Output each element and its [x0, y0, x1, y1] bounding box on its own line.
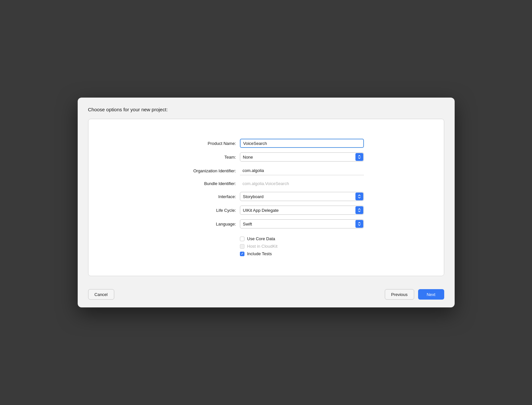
use-core-data-label[interactable]: Use Core Data [247, 236, 275, 241]
use-core-data-checkbox[interactable] [240, 237, 244, 241]
page-title: Choose options for your new project: [88, 107, 444, 112]
lifecycle-row: Life Cycle: UIKit App Delegate SwiftUI A… [168, 206, 364, 215]
footer: Cancel Previous Next [78, 284, 455, 307]
team-select-wrapper: None [240, 152, 364, 162]
cancel-button[interactable]: Cancel [88, 289, 114, 300]
team-label: Team: [168, 155, 240, 160]
lifecycle-select-wrapper: UIKit App Delegate SwiftUI App [240, 206, 364, 215]
language-label: Language: [168, 222, 240, 226]
lifecycle-select[interactable]: UIKit App Delegate SwiftUI App [240, 206, 364, 215]
team-row: Team: None [168, 152, 364, 162]
next-button[interactable]: Next [418, 289, 444, 300]
form-inner: Product Name: Team: None [168, 139, 364, 256]
bundle-identifier-row: Bundle Identifier: com.algolia.VoiceSear… [168, 180, 364, 187]
previous-button[interactable]: Previous [385, 289, 414, 300]
host-in-cloudkit-row: Host in CloudKit [240, 244, 364, 249]
org-identifier-row: Organization Identifier: [168, 166, 364, 175]
bundle-identifier-label: Bundle Identifier: [168, 181, 240, 186]
bundle-identifier-value: com.algolia.VoiceSearch [240, 180, 364, 187]
interface-select[interactable]: Storyboard SwiftUI [240, 192, 364, 201]
form-container: Product Name: Team: None [88, 119, 444, 276]
org-identifier-label: Organization Identifier: [168, 168, 240, 173]
language-select-wrapper: Swift Objective-C [240, 219, 364, 228]
org-identifier-input[interactable] [240, 166, 364, 175]
host-in-cloudkit-checkbox[interactable] [240, 244, 244, 249]
lifecycle-label: Life Cycle: [168, 208, 240, 213]
include-tests-row: Include Tests [240, 251, 364, 256]
product-name-input[interactable] [240, 139, 364, 148]
product-name-row: Product Name: [168, 139, 364, 148]
project-options-window: Choose options for your new project: Pro… [78, 98, 455, 307]
host-in-cloudkit-label: Host in CloudKit [247, 244, 277, 249]
include-tests-label[interactable]: Include Tests [247, 251, 272, 256]
team-select[interactable]: None [240, 152, 364, 162]
use-core-data-row: Use Core Data [240, 236, 364, 241]
interface-select-wrapper: Storyboard SwiftUI [240, 192, 364, 201]
language-select[interactable]: Swift Objective-C [240, 219, 364, 228]
product-name-label: Product Name: [168, 141, 240, 146]
interface-label: Interface: [168, 194, 240, 199]
include-tests-checkbox[interactable] [240, 252, 244, 256]
checkboxes-section: Use Core Data Host in CloudKit Include T… [240, 236, 364, 256]
footer-right: Previous Next [385, 289, 444, 300]
language-row: Language: Swift Objective-C [168, 219, 364, 228]
interface-row: Interface: Storyboard SwiftUI [168, 192, 364, 201]
